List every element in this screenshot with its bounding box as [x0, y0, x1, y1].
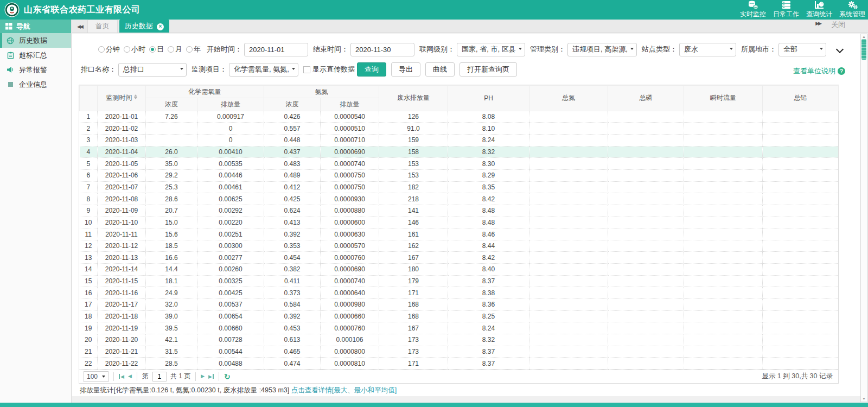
cell-date[interactable]: 2020-11-16	[98, 287, 146, 299]
cell-empty	[684, 111, 763, 123]
cell-date[interactable]: 2020-11-07	[98, 181, 146, 193]
scroll-down-icon[interactable]: ▼	[861, 396, 867, 402]
cell-date[interactable]: 2020-11-03	[98, 135, 146, 147]
prev-page-icon[interactable]: ◀	[128, 374, 132, 379]
next-page-icon[interactable]: ▶	[201, 374, 205, 379]
table-row[interactable]: 162020-11-1624.90.004250.3730.0000640171…	[80, 287, 839, 299]
help-icon[interactable]: ?	[838, 67, 845, 75]
direct-data-checkbox[interactable]	[303, 66, 310, 73]
cell-value: 0.557	[264, 123, 321, 135]
sidebar-item[interactable]: 异常报警	[0, 62, 71, 77]
table-row[interactable]: 182020-11-1839.00.006540.3920.0000660168…	[80, 310, 839, 322]
refresh-icon[interactable]: ↻	[224, 373, 231, 380]
query-button[interactable]: 查询	[357, 62, 386, 77]
last-page-icon[interactable]: ▶	[208, 374, 214, 379]
tab-home[interactable]: 首页	[87, 20, 118, 33]
table-row[interactable]: 92020-11-0920.70.002920.6240.00008801418…	[80, 205, 839, 217]
site-type-select[interactable]: 废水	[679, 43, 736, 56]
cell-date[interactable]: 2020-11-08	[98, 193, 146, 205]
cell-value: 0.0000510	[321, 123, 379, 135]
radio-button[interactable]	[124, 46, 130, 53]
sidebar-item[interactable]: 历史数据	[0, 33, 71, 48]
cell-date[interactable]: 2020-11-20	[98, 334, 146, 346]
menu-item[interactable]: 系统管理	[839, 1, 865, 19]
cell-date[interactable]: 2020-11-19	[98, 322, 146, 334]
cell-date[interactable]: 2020-11-12	[98, 240, 146, 252]
outlet-select[interactable]: 总排口	[118, 63, 187, 77]
cell-empty	[608, 123, 684, 135]
cell-date[interactable]: 2020-11-04	[98, 146, 146, 158]
sidebar-item[interactable]: 企业信息	[0, 77, 71, 92]
first-page-icon[interactable]: ◀	[119, 374, 124, 379]
cell-empty	[529, 111, 608, 123]
tabs-scroll-left-icon[interactable]: ◀◀	[72, 24, 87, 33]
cell-date[interactable]: 2020-11-18	[98, 310, 146, 322]
cell-date[interactable]: 2020-11-05	[98, 158, 146, 170]
close-all-button[interactable]: 关闭	[831, 20, 845, 30]
curve-button[interactable]: 曲线	[425, 62, 455, 77]
cell-date[interactable]: 2020-11-13	[98, 252, 146, 264]
tab-close-icon[interactable]: ×	[157, 23, 164, 30]
cell-date[interactable]: 2020-11-22	[98, 358, 146, 370]
cell-date[interactable]: 2020-11-10	[98, 217, 146, 228]
table-row[interactable]: 22020-11-0200.5570.000051091.08.10	[80, 123, 839, 135]
scrollbar-thumb[interactable]	[861, 39, 866, 60]
table-row[interactable]: 222020-11-2228.50.004880.4740.0000810171…	[80, 358, 839, 370]
view-details-link[interactable]: 点击查看详情[最大、最小和平均值]	[291, 386, 397, 394]
sidebar-item[interactable]: 超标汇总	[0, 48, 71, 62]
collapse-filters-icon[interactable]	[837, 47, 843, 53]
end-time-input[interactable]	[350, 43, 414, 56]
cell-date[interactable]: 2020-11-01	[98, 111, 146, 123]
page-number-input[interactable]	[152, 372, 167, 381]
table-row[interactable]: 42020-11-0426.00.004100.4370.00006901588…	[80, 146, 839, 158]
menu-item[interactable]: 查询统计	[806, 1, 832, 19]
manage-type-select[interactable]: 违规项目, 高架源,	[567, 43, 637, 56]
cell-value: 42.1	[146, 334, 197, 346]
export-button[interactable]: 导出	[391, 62, 420, 77]
table-row[interactable]: 112020-11-1115.60.002510.3920.0000630161…	[80, 228, 839, 240]
cell-date[interactable]: 2020-11-09	[98, 205, 146, 217]
tabs-scroll-right-icon[interactable]: ▶▶	[810, 21, 826, 29]
cell-value: 171	[379, 358, 448, 370]
radio-button[interactable]	[186, 46, 193, 53]
radio-button[interactable]	[168, 46, 174, 53]
table-row[interactable]: 12020-11-017.260.0009170.4260.0000540126…	[80, 111, 839, 123]
cell-date[interactable]: 2020-11-02	[98, 123, 146, 135]
start-time-input[interactable]	[244, 43, 308, 56]
col-header-time[interactable]: 监测时间	[98, 86, 146, 111]
table-row[interactable]: 62020-11-0629.20.004460.4890.00007501538…	[80, 169, 839, 181]
cell-date[interactable]: 2020-11-15	[98, 275, 146, 287]
cell-date[interactable]: 2020-11-06	[98, 169, 146, 181]
tab-history[interactable]: 历史数据 ×	[119, 20, 169, 33]
table-row[interactable]: 152020-11-1518.10.003250.4110.0000740179…	[80, 275, 839, 287]
radio-label: 小时	[131, 44, 145, 54]
vertical-scrollbar[interactable]: ▲ ▼	[860, 34, 867, 402]
radio-button[interactable]	[149, 46, 156, 53]
table-row[interactable]: 102020-11-1015.00.002200.4130.0000600146…	[80, 217, 839, 228]
cell-date[interactable]: 2020-11-21	[98, 346, 146, 358]
table-row[interactable]: 142020-11-1414.40.002600.3820.0000690180…	[80, 264, 839, 276]
cell-date[interactable]: 2020-11-14	[98, 264, 146, 276]
table-row[interactable]: 82020-11-0828.60.006250.4250.00009302188…	[80, 193, 839, 205]
table-row[interactable]: 132020-11-1316.60.002770.4540.0000760167…	[80, 252, 839, 264]
col-subheader: 排放量	[321, 98, 379, 111]
table-row[interactable]: 202020-11-2042.10.007280.6130.0001061738…	[80, 334, 839, 346]
page-size-select[interactable]: 100	[84, 371, 108, 382]
cell-date[interactable]: 2020-11-11	[98, 228, 146, 240]
menu-item[interactable]: 实时监控	[740, 1, 766, 19]
cell-date[interactable]: 2020-11-17	[98, 299, 146, 311]
radio-button[interactable]	[98, 46, 105, 53]
new-query-page-button[interactable]: 打开新查询页	[459, 62, 517, 77]
table-row[interactable]: 122020-11-1218.50.003000.3530.0000570162…	[80, 240, 839, 252]
unit-note-link[interactable]: 查看单位说明 ?	[793, 66, 845, 76]
network-level-select[interactable]: 国家, 省, 市, 区县	[457, 43, 525, 56]
table-row[interactable]: 192020-11-1939.50.006600.4530.0000760167…	[80, 322, 839, 334]
table-row[interactable]: 52020-11-0535.00.005350.4830.00007401538…	[80, 158, 839, 170]
monitor-item-select[interactable]: 化学需氧量, 氨氮,	[229, 63, 298, 77]
menu-item[interactable]: 日常工作	[773, 1, 799, 19]
city-select[interactable]: 全部	[778, 43, 826, 56]
table-row[interactable]: 32020-11-0300.4480.00007101598.24	[80, 135, 839, 147]
table-row[interactable]: 72020-11-0725.30.004610.4120.00007501828…	[80, 181, 839, 193]
table-row[interactable]: 212020-11-2131.50.005440.4650.0000800173…	[80, 346, 839, 358]
table-row[interactable]: 172020-11-1732.00.005370.5840.0000980168…	[80, 299, 839, 311]
